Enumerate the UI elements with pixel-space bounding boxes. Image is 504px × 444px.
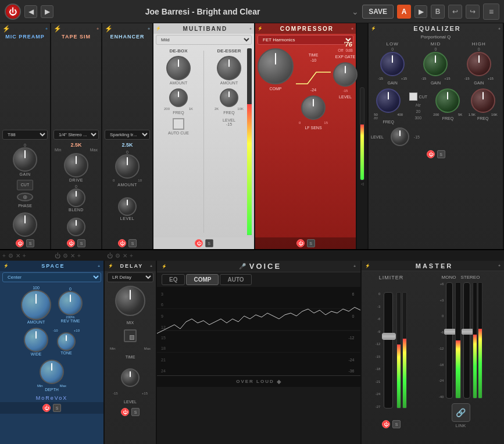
compressor-s-button[interactable]: S bbox=[307, 239, 315, 247]
master-link-button[interactable]: 🔗 bbox=[452, 403, 470, 422]
multiband-bypass-icon[interactable]: ⏻ bbox=[195, 239, 203, 247]
enhancer-sep-add[interactable]: + bbox=[130, 253, 133, 259]
space-depth-knob[interactable] bbox=[40, 360, 64, 384]
compressor-power-icon[interactable]: ⚡ bbox=[258, 26, 263, 31]
multiband-auto-cue-button[interactable] bbox=[173, 118, 184, 130]
enhancer-amount-knob[interactable] bbox=[115, 154, 140, 179]
mic-preamp-cut-button[interactable]: CUT bbox=[17, 180, 33, 190]
undo-button[interactable]: ↩ bbox=[448, 5, 462, 19]
mic-preamp-level-knob[interactable] bbox=[13, 212, 37, 237]
compressor-model-select[interactable]: FET Harmonics bbox=[258, 35, 353, 45]
a-button[interactable]: A bbox=[397, 5, 411, 19]
space-bypass-icon[interactable]: ⏻ bbox=[42, 404, 51, 412]
mic-preamp-gain-knob[interactable] bbox=[13, 147, 37, 172]
tape-sim-sep-gear[interactable]: ⚙ bbox=[63, 253, 68, 259]
equalizer-mid-gain-knob[interactable] bbox=[423, 52, 448, 76]
enhancer-level-knob[interactable] bbox=[118, 197, 137, 216]
voice-tab-comp[interactable]: COMP bbox=[186, 274, 219, 285]
equalizer-add-icon[interactable]: + bbox=[498, 27, 501, 31]
preset-dropdown-icon[interactable]: ⌄ bbox=[352, 7, 359, 16]
mic-preamp-s-button[interactable]: S bbox=[26, 239, 34, 247]
enhancer-s-button[interactable]: S bbox=[128, 239, 137, 247]
equalizer-s-button[interactable]: S bbox=[437, 150, 445, 158]
equalizer-cut-toggle[interactable]: CUT bbox=[409, 93, 427, 101]
equalizer-cut-checkbox[interactable] bbox=[409, 93, 417, 101]
enhancer-sep-x[interactable]: ✕ bbox=[123, 253, 127, 259]
tape-sim-level-knob[interactable] bbox=[67, 218, 85, 236]
space-tone-knob[interactable] bbox=[57, 332, 76, 351]
mic-preamp-model-select[interactable]: T88 bbox=[2, 130, 48, 140]
mic-preamp-bypass-icon[interactable]: ⏻ bbox=[16, 239, 24, 247]
forward-button[interactable]: ▶ bbox=[41, 5, 53, 18]
multiband-desser-amount-knob[interactable] bbox=[217, 56, 241, 80]
enhancer-add-icon[interactable]: + bbox=[148, 27, 150, 31]
master-stereo-fader-handle[interactable] bbox=[462, 329, 473, 335]
delay-add-icon[interactable]: + bbox=[150, 264, 152, 268]
redo-button[interactable]: ↪ bbox=[466, 5, 480, 19]
mic-preamp-add-icon[interactable]: + bbox=[45, 27, 48, 31]
enhancer-sep-gear[interactable]: ⚙ bbox=[115, 253, 120, 259]
compressor-bypass-icon[interactable]: ⏻ bbox=[296, 239, 305, 247]
delay-sync-button[interactable] bbox=[124, 329, 137, 342]
equalizer-low-freq-knob[interactable] bbox=[376, 88, 401, 113]
delay-preset-select[interactable]: LR Delay bbox=[107, 272, 153, 282]
voice-add-icon[interactable]: + bbox=[353, 264, 356, 268]
mic-preamp-sep-add[interactable]: + bbox=[2, 253, 6, 259]
tape-sim-blend-knob[interactable] bbox=[67, 189, 85, 207]
delay-mix-knob[interactable] bbox=[115, 286, 145, 316]
space-add-icon[interactable]: + bbox=[98, 264, 100, 268]
master-add-icon[interactable]: + bbox=[498, 264, 501, 268]
space-wide-knob[interactable] bbox=[24, 328, 48, 352]
equalizer-power-icon[interactable]: ⚡ bbox=[371, 26, 376, 31]
power-button[interactable]: ⏻ bbox=[5, 3, 21, 20]
master-mono-fader-track[interactable] bbox=[446, 282, 453, 399]
equalizer-low-gain-knob[interactable] bbox=[380, 52, 405, 76]
mic-preamp-sep-x[interactable]: ✕ bbox=[16, 253, 20, 259]
space-power-icon[interactable]: ⚡ bbox=[3, 264, 9, 268]
compressor-level-knob[interactable] bbox=[333, 62, 358, 87]
equalizer-high-freq-knob[interactable] bbox=[471, 88, 495, 113]
multiband-desser-freq-knob[interactable] bbox=[220, 88, 238, 107]
equalizer-high-gain-knob[interactable] bbox=[467, 52, 491, 76]
multiband-power-icon[interactable]: ⚡ bbox=[156, 26, 161, 31]
tape-sim-s-button[interactable]: S bbox=[77, 239, 85, 247]
compressor-lf-sens-knob[interactable] bbox=[301, 95, 326, 120]
compressor-comp-knob[interactable] bbox=[258, 48, 294, 84]
equalizer-level-knob[interactable] bbox=[391, 127, 409, 146]
tape-sim-bypass-icon[interactable]: ⏻ bbox=[67, 239, 75, 247]
mic-preamp-power-icon[interactable]: ⚡ bbox=[2, 25, 10, 33]
space-revtime-knob[interactable] bbox=[58, 291, 83, 315]
enhancer-bypass-icon[interactable]: ⏻ bbox=[118, 239, 126, 247]
space-preset-select[interactable]: Center bbox=[2, 272, 101, 282]
voice-power-icon[interactable]: ⚡ bbox=[162, 264, 167, 269]
delay-power-icon[interactable]: ⚡ bbox=[108, 264, 113, 268]
multiband-preset-select[interactable]: Mild bbox=[156, 35, 252, 45]
limiter-fader-track[interactable] bbox=[384, 292, 393, 409]
save-button[interactable]: SAVE bbox=[362, 5, 394, 19]
delay-level-knob[interactable] bbox=[121, 368, 140, 387]
tape-sim-sep-x[interactable]: ✕ bbox=[70, 253, 75, 259]
tape-sim-power-icon[interactable]: ⚡ bbox=[53, 25, 62, 33]
limiter-fader-handle[interactable] bbox=[382, 333, 396, 340]
enhancer-power-icon[interactable]: ⚡ bbox=[105, 25, 113, 33]
mic-preamp-sep-gear[interactable]: ⚙ bbox=[8, 253, 13, 259]
tape-sim-model-select[interactable]: 1/4" Stereo ... bbox=[53, 130, 99, 140]
equalizer-bypass-icon[interactable]: ⏻ bbox=[427, 150, 435, 158]
limiter-bypass-icon[interactable]: ⏻ bbox=[382, 420, 390, 428]
multiband-s-button[interactable]: S bbox=[205, 239, 213, 247]
multiband-debox-amount-knob[interactable] bbox=[166, 56, 191, 80]
voice-tab-eq[interactable]: EQ bbox=[162, 274, 185, 285]
multiband-debox-freq-knob[interactable] bbox=[169, 88, 188, 107]
space-amount-knob[interactable] bbox=[21, 290, 51, 320]
tape-sim-sep-add[interactable]: + bbox=[77, 253, 81, 259]
master-stereo-fader-track[interactable] bbox=[463, 282, 470, 399]
compressor-add-icon[interactable]: + bbox=[351, 27, 353, 31]
enhancer-model-select[interactable]: Sparkling tr... bbox=[105, 130, 150, 140]
delay-bypass-icon[interactable]: ⏻ bbox=[121, 408, 129, 416]
limiter-s-button[interactable]: S bbox=[392, 420, 401, 428]
back-button[interactable]: ◀ bbox=[24, 5, 37, 18]
b-button[interactable]: B bbox=[431, 5, 445, 19]
multiband-add-icon[interactable]: + bbox=[249, 27, 252, 31]
mic-preamp-sep-add2[interactable]: + bbox=[23, 253, 26, 259]
delay-s-button[interactable]: S bbox=[131, 408, 140, 416]
